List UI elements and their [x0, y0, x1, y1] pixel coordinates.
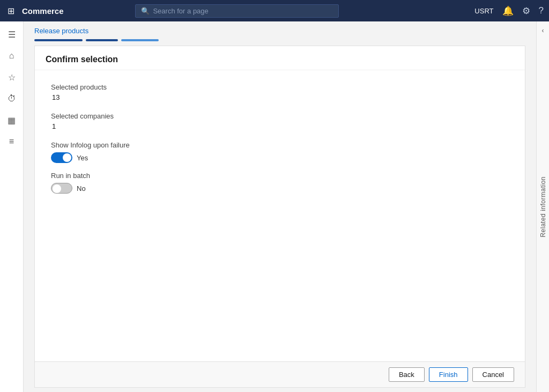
- search-input[interactable]: [153, 7, 333, 15]
- selected-companies-value: 1: [51, 122, 509, 130]
- search-icon: 🔍: [141, 7, 150, 15]
- show-infolog-text: Yes: [77, 154, 88, 162]
- wizard-title: Confirm selection: [46, 55, 118, 64]
- step-3: [121, 39, 159, 41]
- wizard-footer: Back Finish Cancel: [35, 361, 525, 387]
- content-area: Release products Confirm selection Selec…: [24, 21, 536, 392]
- breadcrumb: Release products: [24, 21, 536, 35]
- wizard-body: Selected products 13 Selected companies …: [35, 70, 525, 361]
- selected-products-value: 13: [51, 93, 509, 101]
- run-in-batch-label: Run in batch: [51, 172, 509, 180]
- run-in-batch-text: No: [77, 184, 86, 193]
- show-infolog-control: Yes: [51, 152, 509, 163]
- sidebar-calendar-icon[interactable]: ▦: [2, 110, 21, 130]
- show-infolog-wrapper: Show Infolog upon failure Yes: [51, 141, 509, 163]
- show-infolog-label: Show Infolog upon failure: [51, 141, 509, 149]
- right-info-panel[interactable]: ‹ Related information: [536, 21, 549, 392]
- cancel-button[interactable]: Cancel: [472, 367, 514, 382]
- collapse-arrow: ‹: [542, 27, 544, 34]
- search-bar[interactable]: 🔍: [135, 4, 339, 18]
- finish-button[interactable]: Finish: [429, 367, 468, 382]
- steps-bar: [24, 35, 536, 41]
- selected-products-label: Selected products: [51, 83, 509, 91]
- step-2: [86, 39, 118, 41]
- sidebar-home-icon[interactable]: ⌂: [2, 46, 21, 65]
- main-layout: ☰ ⌂ ☆ ⏱ ▦ ≡ Release products Confirm sel…: [0, 21, 549, 392]
- wizard-header: Confirm selection: [35, 46, 525, 70]
- bell-icon[interactable]: 🔔: [502, 5, 514, 17]
- user-label: USRT: [474, 7, 493, 15]
- wizard-card: Confirm selection Selected products 13 S…: [34, 46, 525, 388]
- run-in-batch-control: No: [51, 183, 509, 194]
- sidebar-recent-icon[interactable]: ⏱: [2, 89, 21, 108]
- selected-companies-group: Selected companies 1: [51, 112, 509, 130]
- sidebar-favorites-icon[interactable]: ☆: [2, 68, 21, 87]
- sidebar-workspaces-icon[interactable]: ≡: [2, 132, 21, 151]
- back-button[interactable]: Back: [389, 367, 425, 382]
- grid-icon[interactable]: ⊞: [5, 4, 17, 18]
- help-icon[interactable]: ?: [539, 5, 544, 16]
- selected-companies-label: Selected companies: [51, 112, 509, 120]
- selected-products-group: Selected products 13: [51, 83, 509, 101]
- right-panel-label: Related information: [539, 176, 547, 238]
- topbar-right: USRT 🔔 ⚙ ?: [474, 5, 544, 17]
- step-1: [34, 39, 83, 41]
- topbar: ⊞ Commerce 🔍 USRT 🔔 ⚙ ?: [0, 0, 549, 21]
- app-title: Commerce: [22, 6, 65, 16]
- breadcrumb-link[interactable]: Release products: [34, 27, 88, 35]
- sidebar-hamburger-icon[interactable]: ☰: [2, 25, 21, 44]
- run-in-batch-toggle[interactable]: [51, 183, 72, 194]
- sidebar: ☰ ⌂ ☆ ⏱ ▦ ≡: [0, 21, 24, 392]
- run-in-batch-wrapper: Run in batch No: [51, 172, 509, 194]
- show-infolog-toggle[interactable]: [51, 152, 72, 163]
- gear-icon[interactable]: ⚙: [522, 5, 530, 17]
